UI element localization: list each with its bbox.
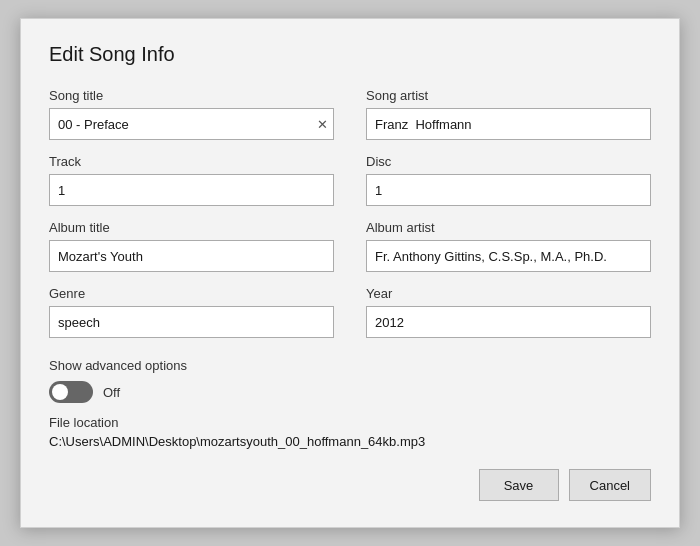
year-label: Year [366,286,651,301]
song-title-group: Song title ✕ [49,88,334,140]
song-title-input[interactable] [49,108,334,140]
file-location-label: File location [49,415,651,430]
cancel-button[interactable]: Cancel [569,469,651,501]
year-input[interactable] [366,306,651,338]
song-artist-input[interactable] [366,108,651,140]
dialog-title: Edit Song Info [49,43,651,66]
toggle-thumb [52,384,68,400]
disc-input-wrapper [366,174,651,206]
genre-group: Genre [49,286,334,338]
advanced-options-section: Show advanced options Off [49,358,651,403]
song-title-clear-button[interactable]: ✕ [317,118,328,131]
track-group: Track [49,154,334,206]
track-label: Track [49,154,334,169]
genre-input-wrapper [49,306,334,338]
song-artist-label: Song artist [366,88,651,103]
save-button[interactable]: Save [479,469,559,501]
file-path: C:\Users\ADMIN\Desktop\mozartsyouth_00_h… [49,434,651,449]
disc-label: Disc [366,154,651,169]
album-artist-label: Album artist [366,220,651,235]
album-title-input[interactable] [49,240,334,272]
dialog-footer: Save Cancel [49,469,651,501]
file-location-section: File location C:\Users\ADMIN\Desktop\moz… [49,415,651,449]
disc-group: Disc [366,154,651,206]
advanced-options-toggle[interactable] [49,381,93,403]
toggle-state-label: Off [103,385,120,400]
album-artist-group: Album artist [366,220,651,272]
genre-input[interactable] [49,306,334,338]
form-grid: Song title ✕ Song artist Track Disc [49,88,651,352]
album-artist-input-wrapper [366,240,651,272]
edit-song-info-dialog: Edit Song Info Song title ✕ Song artist … [20,18,680,528]
track-input[interactable] [49,174,334,206]
advanced-options-label: Show advanced options [49,358,651,373]
song-artist-group: Song artist [366,88,651,140]
year-input-wrapper [366,306,651,338]
album-title-group: Album title [49,220,334,272]
song-title-label: Song title [49,88,334,103]
song-artist-input-wrapper [366,108,651,140]
toggle-track [49,381,93,403]
album-artist-input[interactable] [366,240,651,272]
disc-input[interactable] [366,174,651,206]
genre-label: Genre [49,286,334,301]
year-group: Year [366,286,651,338]
toggle-row: Off [49,381,651,403]
track-input-wrapper [49,174,334,206]
album-title-label: Album title [49,220,334,235]
album-title-input-wrapper [49,240,334,272]
song-title-input-wrapper: ✕ [49,108,334,140]
